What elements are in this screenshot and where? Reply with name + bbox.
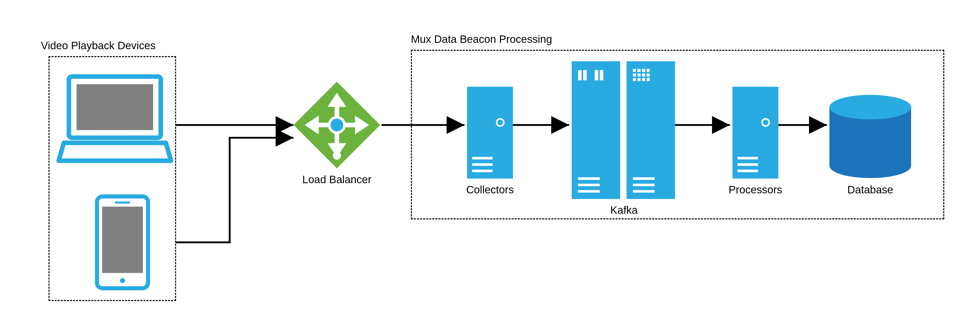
kafka-label: Kafka	[586, 204, 662, 216]
group-box-devices	[48, 56, 176, 301]
group-label-processing: Mux Data Beacon Processing	[411, 33, 552, 45]
load-balancer-icon	[293, 82, 380, 168]
load-balancer-label: Load Balancer	[299, 173, 375, 186]
svg-rect-6	[293, 82, 380, 168]
collectors-label: Collectors	[452, 184, 528, 196]
database-label: Database	[832, 184, 908, 196]
group-label-devices: Video Playback Devices	[41, 40, 156, 52]
diagram-canvas: Video Playback Devices Mux Data Beacon P…	[0, 0, 980, 325]
svg-point-7	[329, 117, 345, 133]
processors-label: Processors	[717, 184, 794, 196]
svg-point-10	[333, 152, 341, 160]
